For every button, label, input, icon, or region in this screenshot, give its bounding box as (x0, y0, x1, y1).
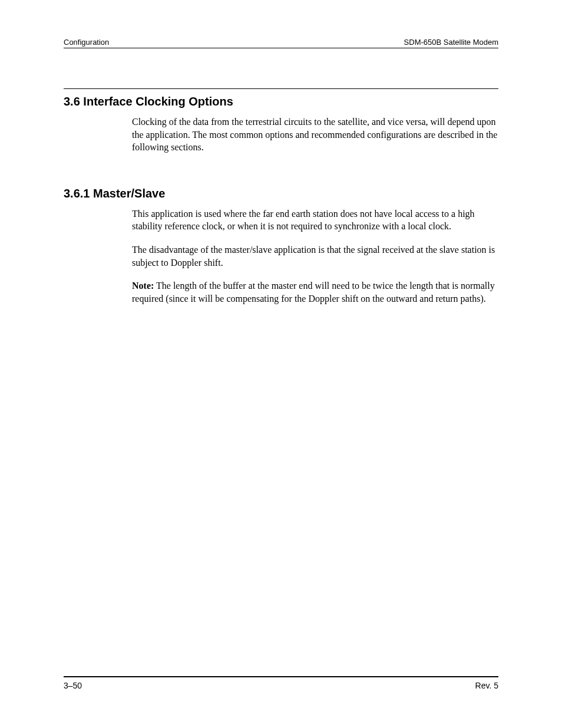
footer-area: 3–50 Rev. 5 (64, 676, 498, 690)
subsection-note: Note: The length of the buffer at the ma… (132, 279, 498, 305)
header-rule (64, 48, 498, 48)
note-label: Note: (132, 281, 154, 291)
subsection-body: This application is used where the far e… (132, 207, 498, 316)
footer-rule (64, 676, 498, 677)
running-header: Configuration SDM-650B Satellite Modem (64, 38, 498, 48)
section-paragraph: Clocking of the data from the terrestria… (132, 116, 498, 154)
page-container: Configuration SDM-650B Satellite Modem 3… (64, 38, 498, 690)
section-body: Clocking of the data from the terrestria… (132, 116, 498, 164)
subsection-heading: 3.6.1 Master/Slave (64, 187, 498, 200)
subsection-paragraph-1: This application is used where the far e… (132, 207, 498, 233)
section-heading: 3.6 Interface Clocking Options (64, 95, 498, 108)
header-left-text: Configuration (64, 38, 109, 47)
note-text: The length of the buffer at the master e… (132, 281, 495, 304)
running-footer: 3–50 Rev. 5 (64, 681, 498, 690)
footer-page-number: 3–50 (64, 681, 82, 690)
section-top-rule (64, 88, 498, 89)
header-right-text: SDM-650B Satellite Modem (404, 38, 498, 47)
footer-revision: Rev. 5 (475, 681, 498, 690)
subsection-paragraph-2: The disadvantage of the master/slave app… (132, 243, 498, 269)
